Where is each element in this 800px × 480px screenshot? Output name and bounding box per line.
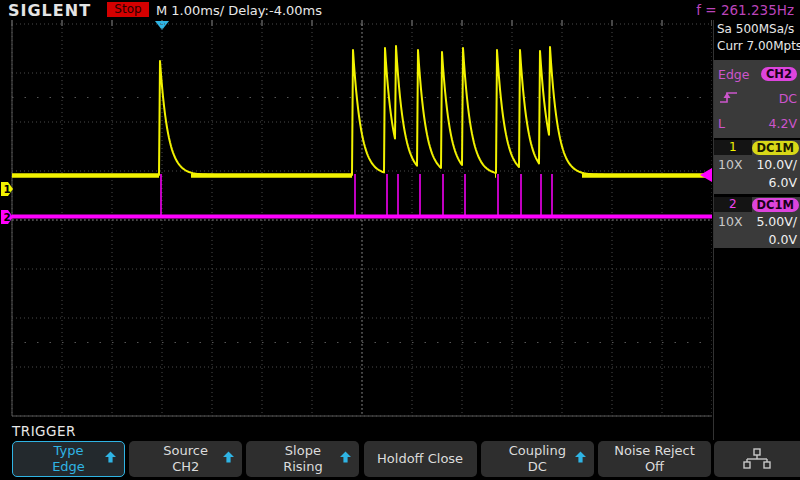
menu-button-noise-reject[interactable]: Noise RejectOff [598,441,711,477]
menu-button-source[interactable]: SourceCH2 [129,441,242,477]
channel2-scale: 5.00V/ [756,213,797,231]
channel1-probe: 10X [718,156,742,174]
channel2-coupling-badge: DC1M [752,198,799,212]
arrow-up-icon [574,451,587,468]
arrow-up-icon [222,451,235,468]
arrow-up-icon [104,451,117,468]
menu-button-holdoff-close[interactable]: Holdoff Close [364,441,477,477]
lan-icon [741,447,773,471]
trigger-coupling: DC [779,91,797,106]
channel2-offset: 0.0V [769,231,797,249]
trigger-level-value: 4.2V [769,116,797,131]
menu-button-slope[interactable]: SlopeRising [246,441,359,477]
channel2-panel[interactable]: 2 DC1M 10X 5.00V/ 0.0V [714,197,800,248]
channel1-offset: 6.0V [769,174,797,192]
arrow-up-icon [339,451,352,468]
svg-text:1: 1 [4,183,11,195]
menu-title: TRIGGER [12,423,76,439]
channel1-coupling-badge: DC1M [752,141,799,155]
ch2-trace-spikes [161,174,552,216]
trigger-level-label: L [718,116,725,131]
trigger-level-marker [700,168,712,182]
svg-text:2: 2 [4,211,11,223]
lan-panel[interactable] [714,441,800,477]
menu-button-type[interactable]: TypeEdge [12,441,125,477]
oscilloscope-screen: SIGLENT Stop M 1.00ms/ Delay:-4.00ms f =… [0,0,800,480]
channel1-number: 1 [714,140,752,155]
rising-edge-icon [718,89,740,108]
channel1-scale: 10.0V/ [756,156,797,174]
sample-rate: Sa 500MSa/s [714,20,800,37]
memory-depth: Curr 7.00Mpts [714,37,800,54]
channel1-panel[interactable]: 1 DC1M 10X 10.0V/ 6.0V [714,140,800,194]
menu-button-coupling[interactable]: CouplingDC [481,441,594,477]
trigger-mode: Edge [718,67,749,82]
sidebar: Sa 500MSa/s Curr 7.00Mpts Edge CH2 DC L … [713,20,800,440]
channel2-probe: 10X [718,213,742,231]
trigger-status-panel[interactable]: Edge CH2 DC L 4.2V [714,60,800,138]
waveform-display: 12 [0,0,712,480]
trigger-source-badge: CH2 [761,67,797,81]
channel2-number: 2 [714,197,752,212]
